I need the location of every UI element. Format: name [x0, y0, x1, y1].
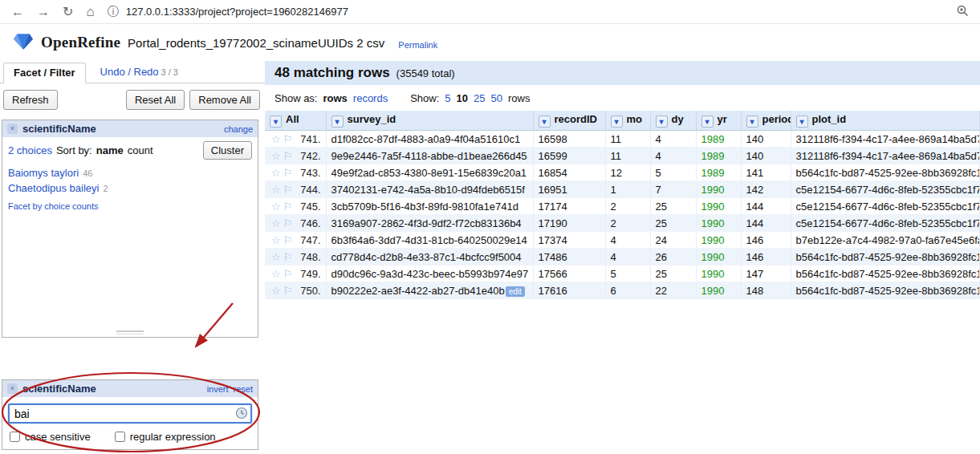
cell-recordid[interactable]: 17566	[533, 266, 605, 282]
facet-choice[interactable]: Chaetodipus baileyi2	[8, 182, 252, 194]
cell-dy[interactable]: 4	[650, 148, 696, 164]
cell-mo[interactable]: 6	[605, 282, 650, 299]
cell-yr[interactable]: 1990	[696, 249, 741, 266]
sort-by-name[interactable]: name	[96, 144, 124, 156]
openrefine-logo-icon[interactable]	[13, 33, 34, 53]
flag-icon[interactable]: ⚐	[282, 251, 294, 263]
facet-choice-label[interactable]: Baiomys taylori	[8, 167, 79, 179]
cell-plot-id[interactable]: b564c1fc-bd87-4525-92ee-8bb36928fc10	[791, 266, 980, 282]
cell-dy[interactable]: 4	[650, 131, 696, 148]
page-size-25[interactable]: 25	[474, 92, 485, 104]
tab-facet-filter[interactable]: Facet / Filter	[3, 63, 86, 83]
change-link[interactable]: change	[224, 124, 253, 134]
cell-period[interactable]: 144	[741, 198, 791, 215]
regex-option[interactable]: regular expression	[115, 431, 216, 443]
cell-plot-id[interactable]: c5e12154-6677-4d6c-8feb-52355cbc1f78	[791, 198, 980, 215]
flag-icon[interactable]: ⚐	[282, 234, 294, 246]
column-dropdown-icon[interactable]: ▾	[796, 116, 808, 128]
column-dropdown-icon[interactable]: ▾	[539, 116, 551, 128]
cell-recordid[interactable]: 17190	[533, 215, 605, 232]
cell-mo[interactable]: 4	[605, 249, 650, 266]
home-icon[interactable]: ⌂	[86, 5, 94, 18]
flag-icon[interactable]: ⚐	[282, 285, 294, 297]
cluster-button[interactable]: Cluster	[203, 141, 252, 160]
cell-period[interactable]: 140	[741, 131, 791, 148]
url-bar[interactable]: ⓘ 127.0.0.1:3333/project?project=1960282…	[108, 5, 944, 19]
remove-all-button[interactable]: Remove All	[189, 90, 260, 110]
cell-yr[interactable]: 1989	[696, 148, 741, 164]
cell-mo[interactable]: 11	[605, 131, 650, 148]
cell-dy[interactable]: 7	[650, 181, 696, 198]
flag-icon[interactable]: ⚐	[282, 150, 294, 162]
forward-icon[interactable]: →	[37, 6, 50, 18]
reset-link[interactable]: reset	[234, 384, 253, 394]
star-icon[interactable]: ☆	[270, 133, 282, 145]
flag-icon[interactable]: ⚐	[282, 184, 294, 196]
star-icon[interactable]: ☆	[270, 201, 282, 213]
cell-recordid[interactable]: 17486	[533, 249, 605, 266]
column-dropdown-icon[interactable]: ▾	[656, 116, 668, 128]
star-icon[interactable]: ☆	[270, 167, 282, 179]
cell-period[interactable]: 146	[741, 249, 791, 266]
cell-survey-id[interactable]: d1f082cc-87df-4883-a0a9-4f04a51610c1	[326, 131, 533, 148]
show-as-rows[interactable]: rows	[323, 92, 347, 104]
cell-survey-id[interactable]: cd778d4c-d2b8-4e33-87c1-4bcfcc9f5004	[326, 249, 533, 266]
cell-survey-id[interactable]: 3169a907-2862-4f3d-9df2-f72cb83136b4	[326, 215, 533, 232]
column-dropdown-icon[interactable]: ▾	[331, 116, 344, 128]
cell-yr[interactable]: 1989	[696, 131, 741, 148]
cell-plot-id[interactable]: b7eb122e-a7c4-4982-97a0-fa67e45e6faf	[791, 232, 980, 249]
cell-period[interactable]: 148	[741, 282, 791, 299]
cell-recordid[interactable]: 17616	[533, 282, 605, 299]
cell-dy[interactable]: 24	[650, 232, 696, 249]
page-size-10[interactable]: 10	[457, 92, 468, 104]
cell-yr[interactable]: 1990	[696, 215, 741, 232]
cell-plot-id[interactable]: b564c1fc-bd87-4525-92ee-8bb36928fc10	[791, 164, 980, 181]
cell-recordid[interactable]: 16951	[533, 181, 605, 198]
flag-icon[interactable]: ⚐	[282, 268, 294, 280]
refresh-button[interactable]: Refresh	[3, 90, 58, 110]
cell-dy[interactable]: 25	[650, 215, 696, 232]
choices-count-link[interactable]: 2 choices	[8, 144, 52, 156]
cell-survey-id[interactable]: 3cb5709b-5f16-4b3f-89fd-9810fa1e741d	[326, 198, 533, 215]
cell-period[interactable]: 146	[741, 232, 791, 249]
cell-period[interactable]: 142	[741, 181, 791, 198]
cell-plot-id[interactable]: c5e12154-6677-4d6c-8feb-52355cbc1f78	[791, 181, 980, 198]
cell-plot-id[interactable]: b564c1fc-bd87-4525-92ee-8bb36928fc10	[791, 282, 980, 299]
cell-plot-id[interactable]: c5e12154-6677-4d6c-8feb-52355cbc1f78	[791, 215, 980, 232]
page-size-5[interactable]: 5	[445, 92, 450, 104]
cell-period[interactable]: 147	[741, 266, 791, 282]
cell-yr[interactable]: 1990	[696, 282, 741, 299]
cell-mo[interactable]: 5	[605, 266, 650, 282]
facet-by-choice-counts-link[interactable]: Facet by choice counts	[8, 201, 252, 211]
cell-plot-id[interactable]: 312118f6-f394-4c17-a4ee-869a14ba5d75	[791, 148, 980, 164]
flag-icon[interactable]: ⚐	[282, 133, 294, 145]
cell-period[interactable]: 141	[741, 164, 791, 181]
cell-mo[interactable]: 2	[605, 215, 650, 232]
facet-choice-label[interactable]: Chaetodipus baileyi	[8, 182, 99, 194]
star-icon[interactable]: ☆	[270, 251, 282, 263]
cell-dy[interactable]: 26	[650, 249, 696, 266]
column-dropdown-icon[interactable]: ▾	[701, 116, 714, 128]
cell-dy[interactable]: 25	[650, 198, 696, 215]
cell-recordid[interactable]: 17174	[533, 198, 605, 215]
cell-mo[interactable]: 11	[605, 148, 650, 164]
cell-yr[interactable]: 1990	[696, 181, 741, 198]
cell-dy[interactable]: 5	[650, 164, 696, 181]
column-dropdown-icon[interactable]: ▾	[611, 116, 623, 128]
column-dropdown-icon[interactable]: ▾	[270, 116, 282, 128]
site-info-icon[interactable]: ⓘ	[108, 5, 119, 19]
cell-period[interactable]: 144	[741, 215, 791, 232]
case-sensitive-option[interactable]: case sensitive	[10, 431, 91, 443]
close-facet-icon[interactable]: ×	[7, 124, 18, 134]
flag-icon[interactable]: ⚐	[282, 167, 294, 179]
column-dropdown-icon[interactable]: ▾	[746, 116, 758, 128]
cell-survey-id[interactable]: 37402131-e742-4a5a-8b10-d94fdeb6515f	[326, 181, 533, 198]
url-text[interactable]: 127.0.0.1:3333/project?project=196028214…	[126, 6, 348, 18]
cell-recordid[interactable]: 16854	[533, 164, 605, 181]
invert-link[interactable]: invert	[207, 384, 229, 394]
star-icon[interactable]: ☆	[270, 268, 282, 280]
cell-survey-id[interactable]: d90dc96c-9a3d-423c-beec-b5993b974e97	[326, 266, 533, 282]
cell-mo[interactable]: 2	[605, 198, 650, 215]
cell-recordid[interactable]: 17374	[533, 232, 605, 249]
star-icon[interactable]: ☆	[270, 234, 282, 246]
